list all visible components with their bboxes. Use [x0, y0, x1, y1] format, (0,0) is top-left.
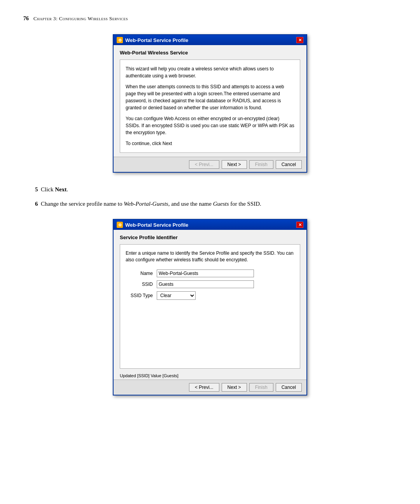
dialog2-finish-button[interactable]: Finish: [249, 383, 273, 392]
dialog2-footer: < Previ... Next > Finish Cancel: [114, 380, 306, 395]
dialog2-prev-button[interactable]: < Previ...: [189, 383, 219, 392]
dialog1-para3: You can configure Web Access on either e…: [126, 115, 294, 136]
ssid-type-row: SSID Type Clear Encrypted: [126, 291, 294, 300]
name-input[interactable]: [157, 270, 254, 277]
ssid-type-select[interactable]: Clear Encrypted: [157, 291, 196, 300]
dialog1-content: Web-Portal Wireless Service This wizard …: [114, 45, 306, 153]
ssid-row: SSID: [126, 280, 294, 288]
step5-text: Click: [41, 186, 55, 192]
step6-italic-ssid: Guests: [213, 201, 229, 207]
step6-italic-name: Web-Portal-Guests: [124, 201, 168, 207]
dialog1-close-button[interactable]: ✕: [296, 37, 303, 43]
ssid-input[interactable]: [157, 280, 254, 288]
instructions: 5 Click Next. 6 Change the service profi…: [23, 185, 397, 208]
step6: 6 Change the service profile name to Web…: [35, 200, 397, 208]
step6-text2: , and use the name: [168, 201, 213, 207]
dialog2-app-icon: ⚙: [117, 222, 123, 228]
dialog1-para2: When the user attempts connects to this …: [126, 83, 294, 111]
dialog1-title: Web-Portal Service Profile: [125, 37, 188, 43]
page-number: 76: [23, 16, 29, 22]
dialog2-container: ⚙ Web-Portal Service Profile ✕ Service P…: [23, 219, 397, 396]
dialog1: ⚙ Web-Portal Service Profile ✕ Web-Porta…: [113, 34, 307, 173]
dialog2-titlebar: ⚙ Web-Portal Service Profile ✕: [114, 220, 306, 230]
dialog1-titlebar-left: ⚙ Web-Portal Service Profile: [117, 37, 188, 43]
ssid-label: SSID: [126, 282, 157, 287]
name-label: Name: [126, 271, 157, 276]
dialog2-next-button[interactable]: Next >: [222, 383, 247, 392]
dialog2-description: Enter a unique name to identify the Serv…: [126, 250, 294, 263]
dialog1-footer: < Previ... Next > Finish Cancel: [114, 157, 306, 172]
dialog2: ⚙ Web-Portal Service Profile ✕ Service P…: [113, 219, 307, 396]
dialog2-title: Web-Portal Service Profile: [125, 222, 188, 228]
dialog1-titlebar: ⚙ Web-Portal Service Profile ✕: [114, 35, 306, 45]
step5-number: 5: [35, 186, 38, 192]
dialog1-para4: To continue, click Next: [126, 140, 294, 147]
ssid-type-label: SSID Type: [126, 293, 157, 298]
dialog1-app-icon: ⚙: [117, 37, 123, 43]
dialog1-body: This wizard will help you create a wirel…: [120, 60, 300, 153]
step5-punctuation: .: [66, 186, 68, 192]
page-header: 76 Chapter 3: Configuring Wireless Servi…: [23, 16, 397, 22]
dialog1-next-button[interactable]: Next >: [222, 160, 247, 169]
chapter-title: Chapter 3: Configuring Wireless Services: [33, 16, 128, 22]
step5-bold: Next: [55, 186, 66, 192]
dialog2-close-button[interactable]: ✕: [296, 222, 303, 228]
step5: 5 Click Next.: [35, 185, 397, 194]
dialog2-cancel-button[interactable]: Cancel: [276, 383, 302, 392]
dialog2-titlebar-left: ⚙ Web-Portal Service Profile: [117, 222, 188, 228]
dialog1-cancel-button[interactable]: Cancel: [276, 160, 302, 169]
dialog1-container: ⚙ Web-Portal Service Profile ✕ Web-Porta…: [23, 34, 397, 173]
dialog1-prev-button[interactable]: < Previ...: [189, 160, 219, 169]
step6-text: Change the service profile name to: [41, 201, 124, 207]
dialog2-status: Updated [SSID] Value [Guests]: [120, 372, 300, 380]
dialog2-body: Enter a unique name to identify the Serv…: [120, 244, 300, 369]
name-row: Name: [126, 270, 294, 277]
dialog1-para1: This wizard will help you create a wirel…: [126, 65, 294, 79]
step6-number: 6: [35, 201, 38, 207]
dialog2-section-title: Service Profile Identifier: [120, 234, 300, 240]
dialog1-finish-button[interactable]: Finish: [249, 160, 273, 169]
dialog2-content: Service Profile Identifier Enter a uniqu…: [114, 230, 306, 380]
step6-text3: for the SSID.: [229, 201, 261, 207]
dialog1-section-title: Web-Portal Wireless Service: [120, 50, 300, 56]
